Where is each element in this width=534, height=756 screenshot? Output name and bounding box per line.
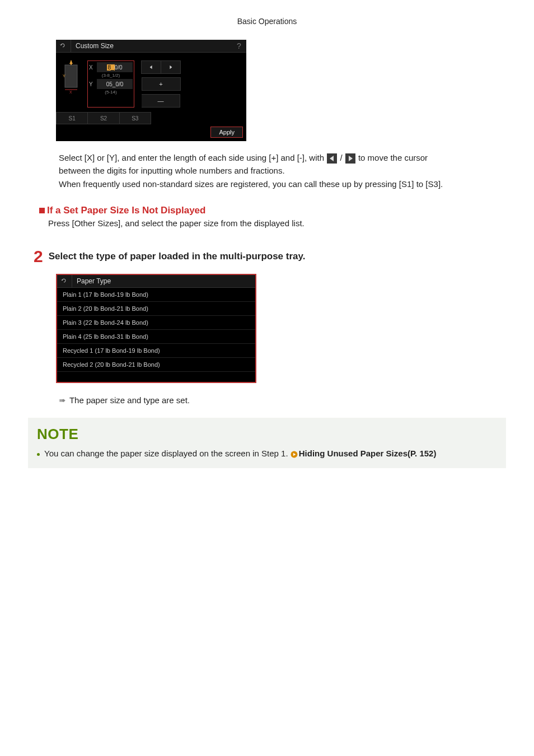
- link-icon: [291, 450, 298, 458]
- panel-title: Paper Type: [72, 277, 255, 285]
- help-icon[interactable]: ?: [232, 41, 246, 50]
- x-input[interactable]: 8_0/0: [97, 62, 133, 72]
- preset-s3-button[interactable]: S3: [120, 112, 151, 124]
- svg-marker-6: [150, 66, 152, 69]
- result-arrow-icon: ➠: [59, 395, 65, 405]
- x-label: X: [89, 64, 95, 71]
- back-icon[interactable]: [57, 275, 72, 287]
- custom-size-instructions: Select [X] or [Y], and enter the length …: [59, 151, 506, 190]
- custom-size-panel: Custom Size ? Y X: [56, 40, 246, 141]
- panel-title: Custom Size: [71, 42, 232, 50]
- size-diagram: Y X: [62, 60, 84, 94]
- preset-s2-button[interactable]: S2: [88, 112, 119, 124]
- step-text: Select the type of paper loaded in the m…: [49, 251, 306, 262]
- step-number: 2: [34, 247, 43, 266]
- paper-type-item[interactable]: Plain 1 (17 lb Bond-19 lb Bond): [57, 288, 255, 302]
- page-header: Basic Operations: [28, 17, 506, 26]
- svg-marker-8: [330, 156, 334, 161]
- plus-button[interactable]: +: [142, 77, 181, 91]
- minus-button[interactable]: —: [142, 94, 180, 108]
- note-title: NOTE: [37, 426, 497, 443]
- section-marker-icon: [39, 208, 45, 213]
- paper-type-panel: Paper Type Plain 1 (17 lb Bond-19 lb Bon…: [56, 274, 256, 383]
- dimension-inputs: X 8_0/0 (3-8_1/2) Y 05_0/0 (5-14): [87, 60, 134, 108]
- note-bullet-text: You can change the paper size displayed …: [44, 449, 436, 458]
- svg-text:Y: Y: [63, 74, 65, 78]
- svg-rect-0: [65, 65, 77, 87]
- back-icon[interactable]: [56, 40, 71, 52]
- right-arrow-icon: [345, 153, 355, 164]
- paper-type-item[interactable]: Recycled 2 (20 lb Bond-21 lb Bond): [57, 358, 255, 372]
- paper-type-item[interactable]: Recycled 1 (17 lb Bond-19 lb Bond): [57, 344, 255, 358]
- result-line: ➠ The paper size and type are set.: [59, 395, 506, 405]
- y-label: Y: [89, 81, 95, 87]
- y-input[interactable]: 05_0/0: [97, 79, 133, 89]
- y-range: (5-14): [89, 90, 133, 95]
- note-box: NOTE You can change the paper size displ…: [28, 418, 506, 468]
- cross-reference-link[interactable]: Hiding Unused Paper Sizes(P. 152): [299, 449, 437, 458]
- subsection-heading: If a Set Paper Size Is Not Displayed: [47, 205, 205, 216]
- svg-marker-2: [69, 60, 73, 64]
- paper-type-item[interactable]: Plain 2 (20 lb Bond-21 lb Bond): [57, 302, 255, 316]
- cursor-right-button[interactable]: [161, 60, 181, 74]
- paper-type-item[interactable]: Plain 3 (22 lb Bond-24 lb Bond): [57, 316, 255, 330]
- subsection-body: Press [Other Sizes], and select the pape…: [48, 218, 506, 228]
- left-arrow-icon: [327, 153, 337, 164]
- apply-button[interactable]: Apply: [210, 127, 243, 138]
- x-range: (3-8_1/2): [89, 73, 133, 78]
- svg-marker-9: [349, 156, 353, 161]
- preset-s1-button[interactable]: S1: [56, 112, 88, 124]
- svg-marker-7: [170, 66, 172, 69]
- paper-type-item[interactable]: Plain 4 (25 lb Bond-31 lb Bond): [57, 330, 255, 344]
- svg-text:X: X: [69, 90, 72, 94]
- cursor-left-button[interactable]: [141, 60, 161, 74]
- bullet-icon: [37, 453, 40, 456]
